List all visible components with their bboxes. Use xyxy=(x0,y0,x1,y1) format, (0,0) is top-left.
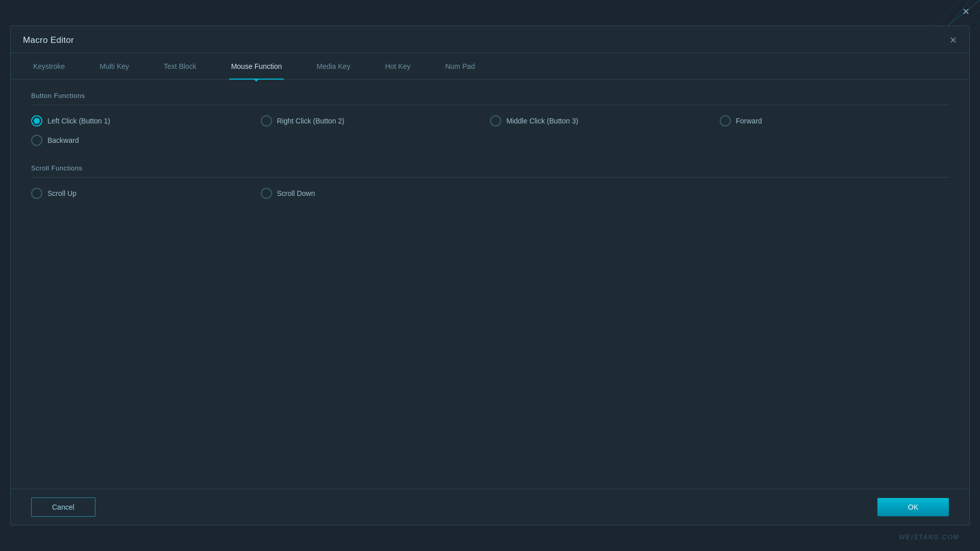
option-backward-label: Backward xyxy=(47,136,79,144)
tab-multi-key[interactable]: Multi Key xyxy=(97,53,131,80)
option-forward[interactable]: Forward xyxy=(720,115,949,127)
radio-scroll-up[interactable] xyxy=(31,188,42,199)
option-middle-click[interactable]: Middle Click (Button 3) xyxy=(490,115,720,127)
radio-left-click[interactable] xyxy=(31,115,42,127)
dialog-content: Button Functions Left Click (Button 1) R… xyxy=(11,80,969,489)
option-scroll-down[interactable]: Scroll Down xyxy=(261,188,491,199)
option-forward-label: Forward xyxy=(736,117,762,125)
option-scroll-up[interactable]: Scroll Up xyxy=(31,188,261,199)
option-left-click-label: Left Click (Button 1) xyxy=(47,117,110,125)
radio-scroll-down[interactable] xyxy=(261,188,272,199)
radio-backward[interactable] xyxy=(31,135,42,146)
option-backward[interactable]: Backward xyxy=(31,135,261,146)
watermark: WEISTANG.COM xyxy=(899,534,960,541)
radio-forward[interactable] xyxy=(720,115,731,127)
option-right-click-label: Right Click (Button 2) xyxy=(277,117,345,125)
option-middle-click-label: Middle Click (Button 3) xyxy=(506,117,578,125)
window-close-icon[interactable]: ✕ xyxy=(962,6,970,17)
tab-hot-key[interactable]: Hot Key xyxy=(383,53,412,80)
tab-bar: Keystroke Multi Key Text Block Mouse Fun… xyxy=(11,53,969,80)
tab-text-block[interactable]: Text Block xyxy=(162,53,199,80)
dialog-close-button[interactable]: ✕ xyxy=(949,36,957,45)
scroll-functions-options: Scroll Up Scroll Down xyxy=(31,188,949,199)
option-right-click[interactable]: Right Click (Button 2) xyxy=(261,115,491,127)
dialog-title: Macro Editor xyxy=(23,35,74,45)
dialog-title-bar: Macro Editor ✕ xyxy=(11,26,969,53)
dialog-footer: Cancel OK xyxy=(11,489,969,525)
tab-num-pad[interactable]: Num Pad xyxy=(443,53,477,80)
button-functions-section: Button Functions Left Click (Button 1) R… xyxy=(31,92,949,146)
button-functions-options: Left Click (Button 1) Right Click (Butto… xyxy=(31,115,949,146)
scroll-functions-divider xyxy=(31,177,949,178)
scroll-functions-title: Scroll Functions xyxy=(31,164,949,172)
tab-mouse-function[interactable]: Mouse Function xyxy=(229,53,284,80)
macro-editor-dialog: Macro Editor ✕ Keystroke Multi Key Text … xyxy=(10,26,970,525)
button-functions-divider xyxy=(31,105,949,105)
option-scroll-up-label: Scroll Up xyxy=(47,189,77,197)
tab-media-key[interactable]: Media Key xyxy=(314,53,352,80)
radio-middle-click[interactable] xyxy=(490,115,501,127)
tab-keystroke[interactable]: Keystroke xyxy=(31,53,67,80)
ok-button[interactable]: OK xyxy=(877,498,949,516)
option-left-click[interactable]: Left Click (Button 1) xyxy=(31,115,261,127)
option-scroll-down-label: Scroll Down xyxy=(277,189,315,197)
radio-right-click[interactable] xyxy=(261,115,272,127)
button-functions-title: Button Functions xyxy=(31,92,949,99)
cancel-button[interactable]: Cancel xyxy=(31,497,95,517)
scroll-functions-section: Scroll Functions Scroll Up Scroll Down xyxy=(31,164,949,199)
